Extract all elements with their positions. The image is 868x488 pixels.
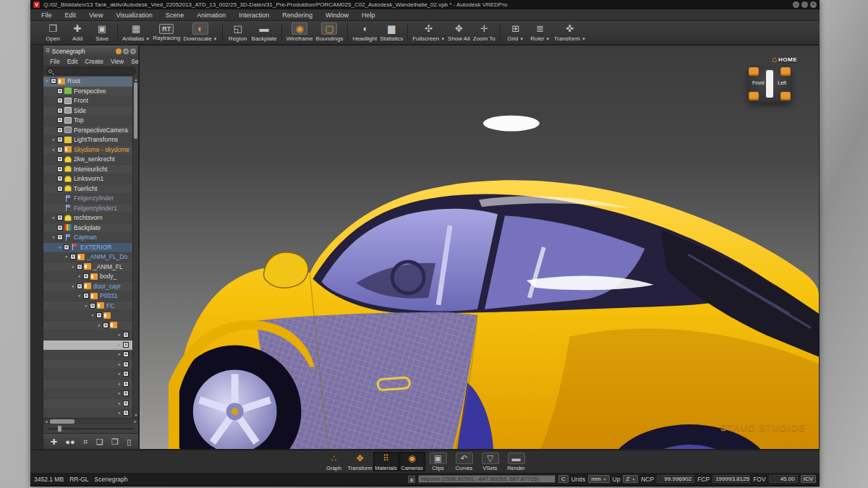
cube-corner[interactable] [780, 67, 791, 76]
toolbar-button[interactable]: RT Raytracing▼ [151, 22, 182, 41]
expand-toggle-icon[interactable]: ● [46, 79, 51, 83]
slider-thumb[interactable] [58, 426, 61, 432]
visibility-checkbox[interactable]: × [123, 381, 129, 387]
toolbar-button[interactable]: ◖ Headlight▼ [351, 22, 378, 42]
view-cube[interactable]: Front Left [747, 66, 792, 102]
visibility-checkbox[interactable]: × [57, 234, 63, 240]
module-button[interactable]: ⠿ Materials [373, 452, 399, 471]
visibility-checkbox[interactable]: × [77, 264, 82, 270]
visibility-checkbox[interactable]: × [83, 293, 89, 299]
tree-row[interactable]: ● × [43, 380, 132, 390]
tree-row[interactable]: ● × Root [43, 77, 132, 87]
tree-row[interactable]: ● × [43, 360, 132, 370]
expand-toggle-icon[interactable]: ● [72, 265, 77, 269]
scenegraph-header[interactable]: ⠿ Scenegraph + × [43, 46, 138, 56]
module-button[interactable]: ◉ Cameras [399, 452, 425, 471]
toolbar-button[interactable]: ▢ Boundings▼ [315, 22, 345, 42]
visibility-checkbox[interactable]: × [123, 390, 129, 396]
scroll-up-icon[interactable]: ▲ [133, 77, 138, 82]
visibility-checkbox[interactable]: × [90, 303, 95, 309]
visibility-checkbox[interactable]: × [51, 78, 56, 84]
visibility-checkbox[interactable]: × [96, 312, 102, 318]
module-button[interactable]: ∴ Graph [321, 452, 347, 471]
toolbar-button[interactable]: ▬ Backplate▼ [250, 22, 278, 42]
expand-toggle-icon[interactable]: ● [118, 362, 123, 367]
tree-row[interactable]: ● × [43, 369, 132, 380]
scenegraph-tool-button[interactable]: ▯ [127, 436, 131, 448]
cube-corner[interactable] [749, 67, 759, 76]
toolbar-button[interactable]: ◱ Region▼ [226, 22, 250, 42]
menu-item[interactable]: Scene [159, 12, 191, 19]
tree-row[interactable]: ● × _ANIM_FL_Do [43, 252, 132, 262]
scrollbar-thumb[interactable] [134, 82, 137, 139]
home-label[interactable]: HOME [778, 56, 797, 63]
tree-row[interactable]: ● × Skydome - skydome [43, 145, 132, 155]
tree-row[interactable]: ● × Linksvorn1 [43, 174, 132, 184]
menu-item[interactable]: Visualization [109, 12, 158, 19]
render-viewport[interactable]: ⌂ HOME Front Left STAUD STUDIOS [139, 45, 820, 450]
search-input[interactable] [46, 67, 136, 75]
menu-item[interactable]: Rendering [276, 12, 319, 19]
tree-row[interactable]: ● × Tuerlicht [43, 184, 132, 194]
tree-depth-slider[interactable] [43, 424, 138, 433]
toolbar-button[interactable]: ✥ Show All▼ [446, 22, 472, 42]
scrollbar-thumb[interactable] [50, 419, 75, 424]
panel-close-button[interactable]: × [130, 48, 136, 54]
cube-edge[interactable] [766, 70, 773, 98]
visibility-checkbox[interactable]: × [57, 127, 63, 133]
visibility-checkbox[interactable]: × [57, 176, 63, 181]
expand-toggle-icon[interactable]: ● [118, 411, 123, 415]
ncp-field[interactable]: 99.996902 [657, 475, 694, 483]
toolbar-button[interactable]: ▣ Save▼ [90, 22, 114, 42]
scenegraph-tool-button[interactable]: ✚ [51, 436, 57, 448]
expand-toggle-icon[interactable]: ● [118, 382, 123, 386]
expand-toggle-icon[interactable]: ● [78, 294, 83, 298]
expand-toggle-icon[interactable]: ● [118, 333, 123, 337]
visibility-checkbox[interactable]: × [123, 410, 129, 416]
expand-toggle-icon[interactable]: ● [118, 352, 123, 356]
expand-toggle-icon[interactable]: ● [59, 245, 64, 249]
cube-face-front[interactable]: Front [752, 80, 764, 85]
cube-corner[interactable] [749, 92, 759, 100]
toolbar-button[interactable]: ✚ Add▼ [65, 22, 90, 42]
visibility-checkbox[interactable]: × [123, 332, 129, 338]
tree-row[interactable]: ● × Felgenzylinder [43, 194, 132, 204]
expand-toggle-icon[interactable]: ● [91, 313, 96, 317]
scroll-right-icon[interactable]: ► [132, 419, 138, 424]
detach-button[interactable]: + [123, 48, 129, 54]
minimize-button[interactable]: – [793, 1, 799, 8]
visibility-checkbox[interactable]: × [57, 186, 63, 192]
scenegraph-tool-button[interactable]: ❐ [111, 436, 119, 448]
expand-toggle-icon[interactable]: ● [52, 215, 57, 220]
module-button[interactable]: ↶ Curves [451, 452, 477, 471]
toolbar-button[interactable]: ◐ Downscale▼ [182, 22, 218, 42]
visibility-checkbox[interactable]: × [57, 108, 63, 114]
clear-button[interactable]: C [558, 475, 569, 483]
visibility-checkbox[interactable]: × [123, 401, 129, 406]
scroll-left-icon[interactable]: ◄ [43, 419, 49, 424]
visibility-checkbox[interactable]: × [123, 342, 129, 348]
scenegraph-menu-item[interactable]: Edit [64, 58, 82, 65]
menu-item[interactable]: Edit [59, 12, 83, 19]
tree-row[interactable]: ● × [43, 408, 132, 418]
expand-toggle-icon[interactable]: ● [65, 254, 70, 259]
fov-field[interactable]: 45.00 [769, 475, 798, 483]
hitpoint-field[interactable]: hitpoint (2596.81591, -847.60253, 697.87… [418, 475, 556, 483]
expand-toggle-icon[interactable]: ● [78, 274, 83, 278]
icv-button[interactable]: ICV [801, 475, 816, 483]
toolbar-button[interactable]: ✣ Fullscreen▼ [411, 22, 446, 42]
cube-face-left[interactable]: Left [778, 80, 786, 85]
scenegraph-menu-item[interactable]: View [107, 58, 127, 65]
visibility-checkbox[interactable]: × [57, 88, 63, 94]
visibility-checkbox[interactable]: × [57, 147, 63, 153]
tree-row[interactable]: ● × [43, 341, 132, 351]
scroll-down-icon[interactable]: ▼ [133, 412, 138, 418]
expand-toggle-icon[interactable]: ● [52, 137, 57, 142]
toolbar-button[interactable]: ✛ Zoom To▼ [472, 22, 497, 42]
tree-row[interactable]: ● × body_ [43, 272, 132, 282]
tree-row[interactable]: ● × [43, 389, 132, 399]
scenegraph-tool-button[interactable]: ⌗ [83, 436, 88, 448]
tree-row[interactable]: ● × Felgenzylinder1 [43, 204, 132, 214]
expand-toggle-icon[interactable]: ● [52, 235, 57, 239]
scenegraph-tool-button[interactable]: ●● [65, 436, 75, 448]
